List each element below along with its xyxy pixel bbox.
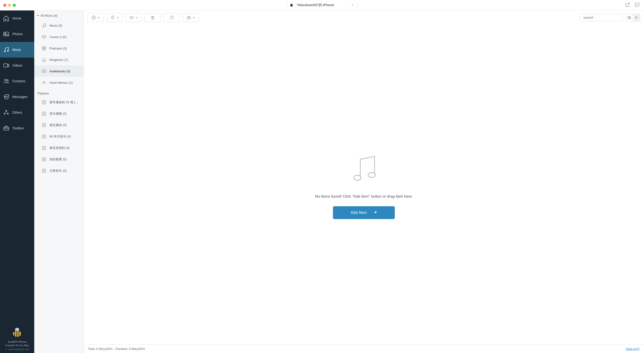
export-to-pc-button[interactable] bbox=[126, 13, 142, 22]
all-music-label: All Music (8) bbox=[40, 14, 58, 17]
svg-point-10 bbox=[7, 80, 8, 81]
chevron-down-icon bbox=[351, 3, 354, 7]
category-audiobooks[interactable]: Audiobooks (0) bbox=[34, 66, 84, 77]
device-selector[interactable]: "Macdown09"的 iPhone bbox=[286, 2, 358, 8]
empty-music-icon bbox=[346, 150, 382, 187]
svg-rect-39 bbox=[630, 18, 630, 19]
list-icon bbox=[634, 16, 638, 20]
svg-rect-33 bbox=[130, 16, 133, 18]
svg-point-41 bbox=[368, 172, 375, 178]
playlist-item[interactable]: 最近播放 (0) bbox=[34, 120, 84, 131]
svg-rect-17 bbox=[4, 127, 9, 130]
svg-point-19 bbox=[45, 26, 46, 27]
list-view-button[interactable] bbox=[633, 14, 640, 21]
svg-point-13 bbox=[7, 96, 8, 97]
trash-icon bbox=[150, 15, 155, 20]
music-category-list: All Music (8) Music (0) iTunes U (0) Pod… bbox=[34, 10, 84, 353]
import-device-icon bbox=[110, 15, 115, 20]
playlist-label: 最近添加的 (0) bbox=[50, 146, 70, 150]
toolbox-dropdown-button[interactable] bbox=[183, 13, 199, 22]
svg-rect-38 bbox=[628, 18, 629, 19]
data-lost-link[interactable]: Data lost? bbox=[626, 347, 640, 350]
music-icon bbox=[3, 46, 10, 53]
category-ringtones[interactable]: Ringtones (7) bbox=[34, 54, 84, 66]
search-box[interactable] bbox=[580, 14, 622, 22]
playlist-label: 最近播放 (0) bbox=[50, 123, 66, 127]
refresh-button[interactable] bbox=[164, 13, 180, 22]
svg-rect-37 bbox=[630, 16, 630, 17]
window-maximize-button[interactable] bbox=[13, 4, 16, 7]
status-checked: Checked: 0 file(s)/N/A bbox=[115, 347, 145, 350]
briefcase-icon bbox=[186, 15, 191, 20]
nav-messages[interactable]: Messages bbox=[0, 89, 34, 105]
audiobook-icon bbox=[42, 68, 46, 74]
playlist-icon bbox=[42, 111, 46, 116]
category-label: iTunes U (0) bbox=[50, 35, 66, 39]
search-input[interactable] bbox=[583, 16, 626, 20]
svg-point-12 bbox=[6, 96, 6, 97]
refresh-icon bbox=[169, 15, 174, 20]
playlist-label: 90 年代音乐 (0) bbox=[50, 134, 71, 139]
share-icon[interactable] bbox=[625, 2, 630, 8]
empty-message: No items found! Click "Add Item" button … bbox=[315, 194, 413, 198]
nav-others[interactable]: Others bbox=[0, 105, 34, 120]
playlist-item[interactable]: 我的最爱 (0) bbox=[34, 154, 84, 165]
playlist-item[interactable]: 音乐视频 (0) bbox=[34, 108, 84, 120]
status-bar: Total: 0 file(s)/N/A; Checked: 0 file(s)… bbox=[84, 344, 644, 353]
nav-label: Music bbox=[12, 48, 21, 52]
window-close-button[interactable] bbox=[3, 4, 6, 7]
playlist-item[interactable]: 90 年代音乐 (0) bbox=[34, 131, 84, 142]
device-name: "Macdown09"的 iPhone bbox=[296, 3, 334, 7]
import-to-device-button[interactable] bbox=[106, 13, 123, 22]
playlist-item[interactable]: 古典音乐 (0) bbox=[34, 165, 84, 176]
nav-label: Toolbox bbox=[12, 126, 24, 130]
others-icon bbox=[3, 109, 10, 116]
triangle-down-icon bbox=[374, 211, 377, 214]
playlist-label: 最常播放的 25 项 (… bbox=[50, 100, 78, 104]
add-button[interactable] bbox=[88, 13, 104, 22]
home-icon bbox=[3, 15, 10, 22]
left-nav: Home Photos Music Videos Contacts Messag… bbox=[0, 10, 34, 353]
playlist-icon bbox=[42, 100, 46, 105]
all-music-toggle[interactable]: All Music (8) bbox=[34, 10, 84, 20]
photos-icon bbox=[3, 31, 10, 37]
chevron-down-icon bbox=[116, 15, 119, 20]
brand-url[interactable]: www.macdown.com bbox=[0, 348, 34, 350]
category-itunesu[interactable]: iTunes U (0) bbox=[34, 31, 84, 42]
nav-home[interactable]: Home bbox=[0, 10, 34, 26]
playlist-label: 音乐视频 (0) bbox=[50, 112, 66, 116]
svg-point-16 bbox=[7, 113, 8, 114]
empty-state: No items found! Click "Add Item" button … bbox=[84, 25, 644, 344]
playlist-icon bbox=[42, 168, 46, 174]
playlist-label: 古典音乐 (0) bbox=[50, 169, 66, 173]
category-podcasts[interactable]: Podcasts (0) bbox=[34, 42, 84, 54]
playlist-icon bbox=[42, 157, 46, 162]
titlebar: "Macdown09"的 iPhone bbox=[0, 0, 644, 10]
feedback-icon[interactable] bbox=[634, 2, 640, 8]
nav-contacts[interactable]: Contacts bbox=[0, 73, 34, 89]
svg-rect-36 bbox=[628, 16, 629, 17]
grid-view-button[interactable] bbox=[626, 14, 633, 21]
playlist-item[interactable]: 最常播放的 25 项 (… bbox=[34, 96, 84, 108]
export-pc-icon bbox=[129, 15, 134, 20]
nav-toolbox[interactable]: Toolbox bbox=[0, 120, 34, 136]
category-voicememos[interactable]: Voice Memos (1) bbox=[34, 77, 84, 88]
svg-point-3 bbox=[638, 4, 638, 5]
playlist-item[interactable]: 最近添加的 (0) bbox=[34, 142, 84, 154]
nav-music[interactable]: Music bbox=[0, 42, 34, 58]
nav-videos[interactable]: Videos bbox=[0, 58, 34, 73]
svg-point-18 bbox=[42, 26, 44, 27]
nav-label: Others bbox=[12, 110, 22, 114]
brand-area: AnyMP4 iPhone Transfer Pro for Mac www.m… bbox=[0, 327, 34, 353]
window-minimize-button[interactable] bbox=[8, 4, 11, 7]
svg-point-1 bbox=[636, 4, 636, 5]
toolbox-icon bbox=[3, 125, 10, 132]
svg-point-15 bbox=[4, 113, 5, 114]
svg-point-14 bbox=[6, 110, 7, 112]
category-music[interactable]: Music (0) bbox=[34, 20, 84, 31]
delete-button[interactable] bbox=[144, 13, 161, 22]
add-item-button[interactable]: Add Item bbox=[333, 206, 395, 219]
brand-line2: Transfer Pro for Mac bbox=[0, 344, 34, 347]
nav-photos[interactable]: Photos bbox=[0, 26, 34, 42]
contacts-icon bbox=[3, 78, 10, 84]
